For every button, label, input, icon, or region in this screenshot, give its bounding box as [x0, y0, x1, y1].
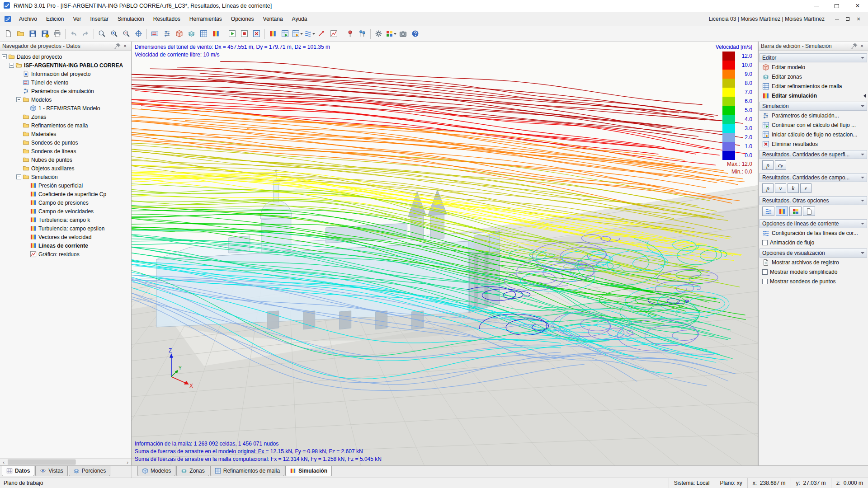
edit-item-mostrar-modelo-simplificado[interactable]: Mostrar modelo simplificado: [760, 267, 867, 277]
tree-item-refinamientos-de-malla[interactable]: Refinamientos de malla: [0, 121, 131, 130]
status-plane[interactable]: Plano: xy: [715, 478, 747, 488]
result-quantity-button-v[interactable]: v: [775, 183, 786, 193]
save-as-button[interactable]: [39, 28, 51, 40]
tree-item-grafico-residuos[interactable]: Gráfico: residuos: [0, 250, 131, 258]
export-view-button[interactable]: [803, 206, 815, 216]
color-scale-button[interactable]: [385, 28, 396, 40]
streamlines-results-button[interactable]: [304, 28, 315, 40]
tree-item-materiales[interactable]: Materiales: [0, 130, 131, 138]
checkbox[interactable]: [762, 279, 768, 284]
tree-item-turbulencia-campo-epsilon[interactable]: Turbulencia: campo epsilon: [0, 224, 131, 233]
tree-item-sondeos-de-lineas[interactable]: Sondeos de líneas: [0, 147, 131, 155]
dropdown-arrow-icon[interactable]: [394, 33, 396, 35]
surface-pressure-results-button[interactable]: [267, 28, 278, 40]
section-header-resultados-cantidades-de-campo[interactable]: Resultados. Cantidades de campo...: [760, 173, 867, 182]
tree-item-tunel-de-viento[interactable]: Túnel de viento: [0, 78, 131, 87]
result-quantity-button-[interactable]: ε: [800, 183, 811, 193]
menu-ayuda[interactable]: Ayuda: [288, 14, 312, 24]
edit-item-continuar-con-el-calculo-del-flujo[interactable]: Continuar con el cálculo del flujo ...: [760, 120, 867, 130]
menu-herramientas[interactable]: Herramientas: [185, 14, 226, 24]
tab-refinamientos-de-malla[interactable]: Refinamientos de malla: [210, 466, 284, 476]
delete-results-button[interactable]: [251, 28, 262, 40]
edit-item-editar-zonas[interactable]: Editar zonas: [760, 72, 867, 81]
zoom-out-button[interactable]: [121, 28, 132, 40]
tree-item-modelos[interactable]: Modelos: [0, 95, 131, 104]
save-project-button[interactable]: [27, 28, 38, 40]
edit-item-mostrar-sondeos-de-puntos[interactable]: Mostrar sondeos de puntos: [760, 277, 867, 286]
tree-item-nubes-de-puntos[interactable]: Nubes de puntos: [0, 155, 131, 164]
tree-item-coeficiente-de-superficie-cp[interactable]: Coeficiente de superficie Cp: [0, 190, 131, 198]
section-header-resultados-cantidades-de-superfi[interactable]: Resultados. Cantidades de superfi...: [760, 150, 867, 159]
edit-item-parametros-de-simulacion[interactable]: Parámetros de simulación...: [760, 111, 867, 120]
dropdown-arrow-icon[interactable]: [300, 33, 303, 35]
open-project-button[interactable]: [15, 28, 26, 40]
print-button[interactable]: [52, 28, 63, 40]
close-panel-icon[interactable]: ×: [121, 42, 129, 50]
help-button[interactable]: [410, 28, 421, 40]
collapse-icon[interactable]: [2, 54, 7, 59]
close-button[interactable]: ×: [847, 0, 868, 12]
mdi-minimize-button[interactable]: [832, 14, 842, 23]
legend-options-button[interactable]: [789, 206, 802, 216]
horizontal-scrollbar[interactable]: ‹ ›: [0, 458, 131, 465]
stop-calculation-button[interactable]: [239, 28, 250, 40]
edit-simulation-button[interactable]: [210, 28, 222, 40]
viewport-3d[interactable]: ZXY: [132, 42, 758, 465]
edit-item-mostrar-archivos-de-registro[interactable]: Mostrar archivos de registro: [760, 258, 867, 267]
tree-item-presion-superficial[interactable]: Presión superficial: [0, 181, 131, 190]
simulation-parameters-button[interactable]: [161, 28, 173, 40]
undo-button[interactable]: [68, 28, 79, 40]
scrollbar-thumb[interactable]: [8, 460, 75, 465]
pressure-field-results-button[interactable]: [279, 28, 291, 40]
tree-item-campo-de-velocidades[interactable]: Campo de velocidades: [0, 207, 131, 216]
menu-insertar[interactable]: Insertar: [85, 14, 113, 24]
edit-mesh-refinements-button[interactable]: [198, 28, 209, 40]
collapse-icon[interactable]: [9, 63, 14, 68]
edit-model-button[interactable]: [174, 28, 185, 40]
menu-ventana[interactable]: Ventana: [259, 14, 288, 24]
tree-item-simulacion[interactable]: Simulación: [0, 173, 131, 181]
section-header-opciones-de-lineas-de-corriente[interactable]: Opciones de líneas de corriente: [760, 219, 867, 228]
tab-porciones[interactable]: Porciones: [69, 466, 110, 476]
edit-zones-button[interactable]: [186, 28, 197, 40]
status-system[interactable]: Sistema: Local: [669, 478, 715, 488]
tab-vistas[interactable]: Vistas: [35, 466, 67, 476]
edit-item-editar-refinamientos-de-malla[interactable]: Editar refinamientos de malla: [760, 81, 867, 91]
tree-item-campo-de-presiones[interactable]: Campo de presiones: [0, 198, 131, 207]
tree-item-informacion-del-proyecto[interactable]: Información del proyecto: [0, 70, 131, 78]
section-header-simulacion[interactable]: Simulación: [760, 102, 867, 111]
menu-resultados[interactable]: Resultados: [149, 14, 185, 24]
start-calculation-button[interactable]: [226, 28, 238, 40]
mdi-close-button[interactable]: ×: [854, 14, 863, 23]
collapse-icon[interactable]: [16, 174, 21, 179]
tree-item-lineas-de-corriente[interactable]: Líneas de corriente: [0, 241, 131, 250]
result-quantity-button-p[interactable]: p: [762, 160, 774, 170]
velocity-vectors-button[interactable]: [316, 28, 327, 40]
minimize-button[interactable]: [806, 0, 826, 12]
tree-item-turbulencia-campo-k[interactable]: Turbulencia: campo k: [0, 216, 131, 224]
pin-icon[interactable]: [850, 42, 858, 50]
scroll-right-arrow[interactable]: ›: [124, 459, 131, 465]
wind-tunnel-button[interactable]: [149, 28, 160, 40]
maximize-button[interactable]: [826, 0, 847, 12]
tree-item-objetos-auxiliares[interactable]: Objetos auxiliares: [0, 164, 131, 173]
tree-item-isf-argentina-ing-pablo-correa[interactable]: ISF-ARGENTINA-ING PABLO CORREA: [0, 61, 131, 70]
menu-simulacion[interactable]: Simulación: [113, 14, 149, 24]
tab-simulacion[interactable]: Simulación: [285, 466, 332, 476]
menu-archivo[interactable]: Archivo: [14, 14, 42, 24]
menu-ver[interactable]: Ver: [68, 14, 85, 24]
tab-datos[interactable]: Datos: [2, 466, 34, 476]
section-header-opciones-de-visualizacion[interactable]: Opciones de visualización: [760, 249, 867, 258]
result-quantity-button-cp[interactable]: cp: [775, 160, 786, 170]
residuals-chart-button[interactable]: [328, 28, 340, 40]
display-options-button[interactable]: [373, 28, 384, 40]
tab-zonas[interactable]: Zonas: [176, 466, 209, 476]
line-probes-button[interactable]: [357, 28, 368, 40]
scroll-left-arrow[interactable]: ‹: [0, 459, 7, 465]
zoom-window-button[interactable]: [96, 28, 108, 40]
color-plot-button[interactable]: [776, 206, 788, 216]
section-header-editor[interactable]: Editor: [760, 53, 867, 62]
new-project-button[interactable]: [3, 28, 14, 40]
mdi-restore-button[interactable]: [843, 14, 853, 23]
tree-item-datos-del-proyecto[interactable]: Datos del proyecto: [0, 52, 131, 61]
